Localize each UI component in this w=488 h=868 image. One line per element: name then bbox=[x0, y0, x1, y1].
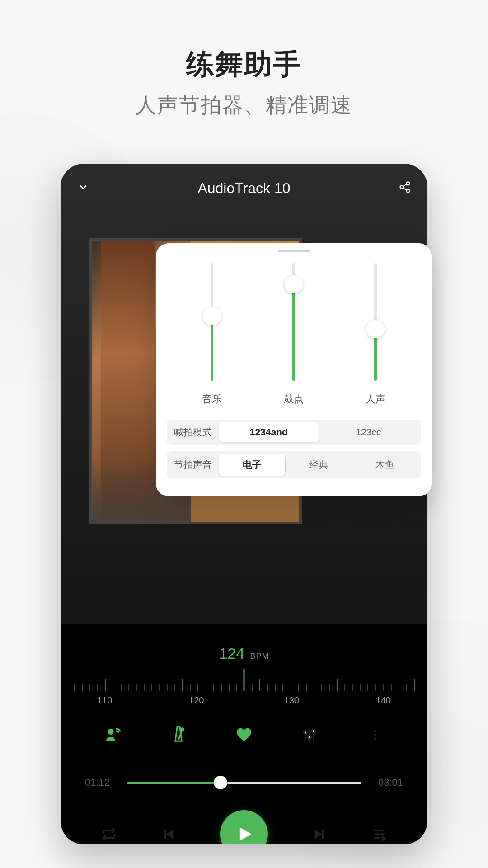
segmented-control: 1234and123cc bbox=[219, 422, 418, 442]
segment-option[interactable]: 1234and bbox=[219, 422, 319, 442]
voice-count-button[interactable] bbox=[103, 724, 123, 745]
slider-label: 音乐 bbox=[202, 392, 222, 406]
play-button[interactable] bbox=[220, 810, 268, 844]
option-row: 节拍声音电子经典木鱼 bbox=[167, 451, 421, 478]
repeat-button[interactable] bbox=[100, 825, 118, 843]
ruler-tick-label: 130 bbox=[284, 695, 299, 706]
favorite-button[interactable] bbox=[234, 724, 254, 745]
svg-rect-21 bbox=[322, 829, 324, 839]
player-header: AudioTrack 10 bbox=[61, 175, 427, 201]
segmented-control: 电子经典木鱼 bbox=[219, 454, 418, 476]
transport-controls bbox=[61, 810, 427, 844]
svg-line-3 bbox=[403, 184, 407, 187]
svg-point-5 bbox=[108, 729, 114, 735]
feature-toolbar bbox=[61, 724, 427, 745]
bpm-display: 124 BPM bbox=[61, 645, 427, 662]
share-button[interactable] bbox=[393, 181, 411, 195]
option-row: 喊拍模式1234and123cc bbox=[167, 420, 421, 445]
segment-option[interactable]: 木鱼 bbox=[352, 454, 418, 476]
metronome-settings-popup: 音乐 鼓点 人声 喊拍模式1234and123cc节拍声音电子经典木鱼 bbox=[156, 243, 432, 496]
svg-point-2 bbox=[407, 189, 410, 193]
svg-point-16 bbox=[374, 737, 376, 740]
page-subtitle: 人声节拍器、精准调速 bbox=[0, 91, 488, 119]
equalizer-button[interactable] bbox=[299, 724, 320, 745]
mix-slider[interactable]: 音乐 bbox=[183, 259, 241, 406]
playlist-button[interactable] bbox=[370, 825, 388, 843]
svg-point-9 bbox=[304, 731, 307, 735]
svg-marker-25 bbox=[382, 837, 385, 841]
page-heading: 练舞助手 人声节拍器、精准调速 bbox=[0, 0, 488, 119]
segment-option[interactable]: 经典 bbox=[286, 454, 352, 476]
svg-point-15 bbox=[374, 733, 376, 736]
ruler-tick-label: 120 bbox=[189, 695, 204, 706]
more-button[interactable] bbox=[365, 724, 385, 745]
svg-point-0 bbox=[407, 182, 410, 185]
segment-option[interactable]: 电子 bbox=[219, 454, 285, 476]
track-title: AudioTrack 10 bbox=[95, 180, 393, 197]
progress-bar[interactable]: 01:12 03:01 bbox=[85, 777, 403, 788]
progress-fill bbox=[127, 782, 221, 784]
svg-marker-17 bbox=[166, 829, 173, 839]
ruler-tick-label: 140 bbox=[376, 695, 391, 706]
mix-slider[interactable]: 人声 bbox=[346, 259, 405, 406]
page-title: 练舞助手 bbox=[0, 45, 488, 83]
svg-point-13 bbox=[312, 730, 315, 733]
time-elapsed: 01:12 bbox=[85, 777, 118, 788]
segment-option[interactable]: 123cc bbox=[319, 422, 418, 442]
ruler-tick-label: 110 bbox=[97, 695, 112, 706]
svg-marker-20 bbox=[315, 829, 322, 839]
row-label: 节拍声音 bbox=[169, 458, 219, 471]
svg-rect-18 bbox=[164, 829, 166, 839]
svg-marker-19 bbox=[240, 827, 252, 840]
previous-button[interactable] bbox=[160, 825, 178, 843]
slider-label: 鼓点 bbox=[284, 392, 304, 406]
svg-point-1 bbox=[400, 186, 404, 189]
drag-handle[interactable] bbox=[278, 250, 310, 252]
collapse-button[interactable] bbox=[77, 181, 95, 195]
bpm-ruler[interactable]: 110120130140 bbox=[61, 671, 427, 712]
row-label: 喊拍模式 bbox=[169, 426, 219, 439]
progress-thumb[interactable] bbox=[214, 776, 227, 789]
svg-point-11 bbox=[308, 736, 311, 739]
mix-slider[interactable]: 鼓点 bbox=[264, 259, 323, 406]
mix-sliders: 音乐 鼓点 人声 bbox=[156, 255, 432, 406]
svg-point-7 bbox=[181, 728, 184, 731]
next-button[interactable] bbox=[310, 825, 328, 843]
option-rows: 喊拍模式1234and123cc节拍声音电子经典木鱼 bbox=[167, 420, 421, 478]
slider-label: 人声 bbox=[366, 392, 385, 406]
metronome-button[interactable] bbox=[168, 724, 189, 745]
progress-track[interactable] bbox=[127, 782, 361, 784]
svg-line-4 bbox=[403, 188, 407, 190]
bpm-value: 124 bbox=[219, 645, 244, 662]
svg-point-14 bbox=[374, 730, 376, 732]
bpm-unit: BPM bbox=[250, 651, 269, 660]
time-total: 03:01 bbox=[370, 777, 403, 788]
